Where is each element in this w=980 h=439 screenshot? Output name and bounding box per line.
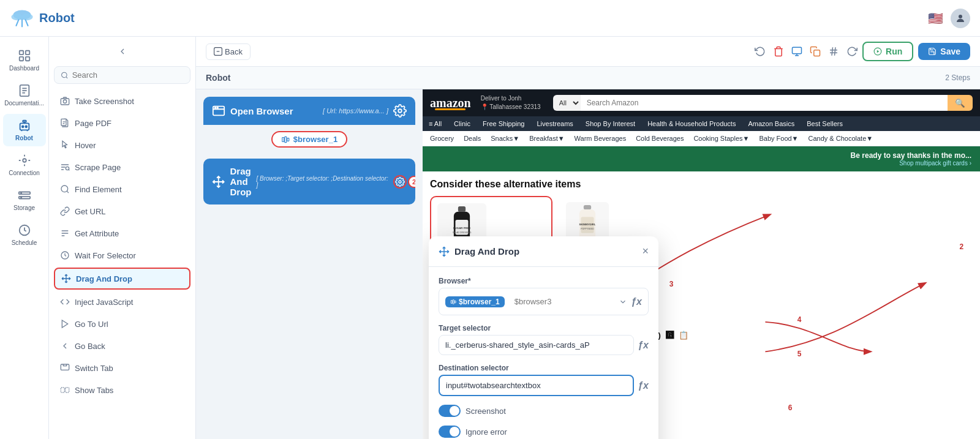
sidebar-label-find-element: Find Element [75,185,122,194]
target-fx-button[interactable]: ƒx [638,340,649,351]
sidebar-item-drag-and-drop[interactable]: Drag And Drop [54,268,190,290]
back-icon [60,341,70,351]
amz-nav-shopbyinterest[interactable]: Shop By Interest [579,116,641,131]
amazon-search-button[interactable]: 🔍 [948,95,973,111]
browser-dropdown-input[interactable] [508,292,616,311]
sidebar-item-switch-tab[interactable]: Switch Tab [54,358,190,378]
sidebar-item-find-element[interactable]: Find Element [54,179,190,199]
banner-sub[interactable]: Shop multipack gift cards › [899,160,971,167]
sub-deals[interactable]: Deals [459,131,486,146]
save-button-label: Save [940,47,960,56]
svg-text:POPPYSEED: POPPYSEED [581,228,594,230]
user-avatar[interactable] [951,9,970,28]
sidebar-item-hover[interactable]: Hover [54,135,190,155]
step-open-browser-gear[interactable] [393,104,407,118]
run-button[interactable]: Run [862,42,913,61]
sub-warm-bev[interactable]: Warm Beverages [570,131,631,146]
step-drag-drop-header[interactable]: Drag And Drop [ Browser: ;Target selecto… [203,159,415,204]
sidebar-item-get-url[interactable]: Get URL [54,201,190,221]
amazon-sub-nav: Grocery Deals Snacks▼ Breakfast▼ Warm Be… [423,131,980,146]
screenshot-toggle[interactable] [439,405,461,417]
target-selector-input[interactable] [439,335,634,355]
svg-point-17 [25,126,27,127]
sidebar-item-documentation[interactable]: Documentati... [3,79,46,111]
amz-nav-bestsellers[interactable]: Best Sellers [801,116,849,131]
delete-icon[interactable] [773,46,784,57]
nav-label-robot: Robot [15,135,33,141]
amazon-search-input[interactable] [581,95,948,111]
sidebar-item-page-pdf[interactable]: Page PDF [54,113,190,133]
sub-candy[interactable]: Candy & Chocolate▼ [804,131,878,146]
amazon-smile [435,108,466,110]
sidebar-item-connection[interactable]: Connection [3,149,46,181]
step-open-browser-header[interactable]: Open Browser [ Url: https://www.a... ] [203,97,415,125]
amz-nav-basics[interactable]: Amazon Basics [742,116,801,131]
dropdown-chevron[interactable] [619,298,627,306]
sidebar-item-go-to-url[interactable]: Go To Url [54,314,190,334]
target-field-row: ƒx [439,335,649,355]
browser-tag-label: $browser_1 [459,298,500,306]
run-icon [873,47,882,56]
deliver-location: 📍 Tallahassee 32313 [481,103,541,111]
sidebar-label-get-attribute: Get Attribute [75,229,119,238]
svg-marker-54 [877,50,880,53]
ignore-error-toggle[interactable] [439,426,461,438]
sidebar-search-box[interactable] [54,66,190,84]
sidebar-item-schedule[interactable]: Schedule [3,219,46,251]
svg-rect-41 [61,388,64,392]
destination-selector-input[interactable] [439,375,634,396]
back-button[interactable]: Back [206,43,251,60]
redo-icon[interactable] [846,46,858,57]
modal-title-row: Drag And Drop [439,246,519,257]
hash-icon[interactable] [828,46,839,57]
brand-icon: 🅶 [666,331,674,340]
amz-nav-health[interactable]: Health & Household Products [641,116,742,131]
destination-fx-button[interactable]: ƒx [638,380,649,391]
sidebar-label-go-to-url: Go To Url [75,320,108,329]
nav-label-documentation: Documentati... [4,100,43,107]
sidebar-label-hover: Hover [75,141,96,150]
sub-cooking[interactable]: Cooking Staples▼ [688,131,754,146]
sub-snacks[interactable]: Snacks▼ [486,131,524,146]
svg-point-6 [959,15,962,18]
svg-rect-61 [285,137,287,142]
sidebar-item-wait-for-selector[interactable]: Wait For Selector [54,246,190,265]
copy-icon[interactable] [810,46,821,57]
svg-text:SALAD DRESSING: SALAD DRESSING [453,231,472,234]
sub-cold-bev[interactable]: Cold Beverages [631,131,688,146]
sidebar-item-robot[interactable]: Robot [3,114,46,146]
sidebar-label-take-screenshot: Take Screenshot [75,97,134,106]
step-drag-and-drop: Drag And Drop [ Browser: ;Target selecto… [203,159,415,204]
sub-grocery[interactable]: Grocery [425,131,459,146]
sub-breakfast[interactable]: Breakfast▼ [524,131,569,146]
sidebar-item-dashboard[interactable]: Dashboard [3,44,46,77]
robot-title-bar: Robot 2 Steps [196,67,980,89]
amz-nav-all[interactable]: ≡ All [423,116,448,131]
step-drag-drop-gear[interactable] [393,175,407,189]
sidebar-item-get-attribute[interactable]: Get Attribute [54,223,190,243]
sidebar-item-go-back[interactable]: Go Back [54,336,190,356]
sidebar-item-show-tabs[interactable]: Show Tabs [54,380,190,400]
search-input[interactable] [72,70,184,80]
undo-icon[interactable] [755,46,766,57]
save-button[interactable]: Save [918,43,970,60]
desktop-icon[interactable] [791,46,802,57]
sub-baby[interactable]: Baby Food▼ [754,131,803,146]
sidebar-item-scrape-page[interactable]: Scrape Page [54,157,190,177]
banner-text: Be ready to say thanks in the mo... [851,151,971,160]
browser-fx-button[interactable]: ƒx [631,296,642,307]
amz-nav-freeship[interactable]: Free Shipping [477,116,531,131]
svg-line-5 [26,20,28,26]
search-category-select[interactable]: All [553,95,581,111]
sidebar-label-wait-for-selector: Wait For Selector [75,251,136,260]
sidebar-item-storage[interactable]: Storage [3,184,46,216]
amz-nav-clinic[interactable]: Clinic [448,116,477,131]
sidebar-label-inject-javascript: Inject JavaScript [75,298,133,307]
modal-close-button[interactable]: × [642,245,649,258]
sidebar-collapse-btn[interactable] [54,44,190,59]
svg-point-57 [215,107,216,108]
sidebar-item-inject-javascript[interactable]: Inject JavaScript [54,292,190,312]
amazon-search-bar[interactable]: All 🔍 [553,95,973,111]
amz-nav-livestreams[interactable]: Livestreams [531,116,579,131]
sidebar-item-take-screenshot[interactable]: Take Screenshot [54,91,190,111]
